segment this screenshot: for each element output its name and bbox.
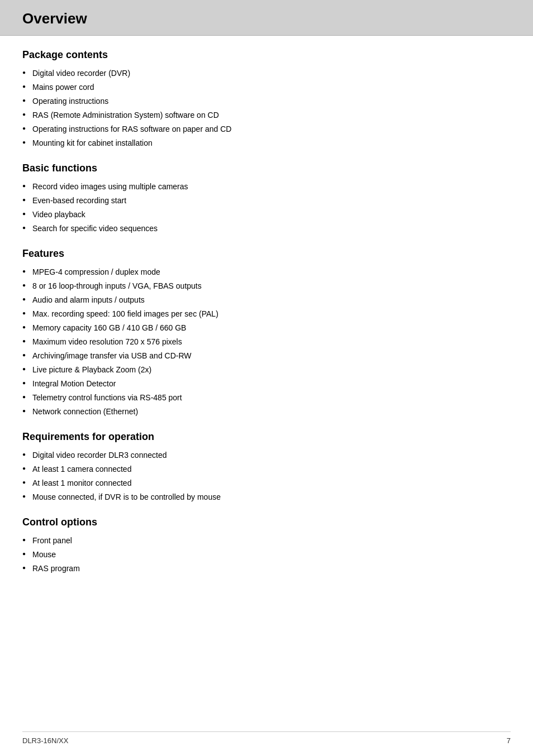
page-footer: DLR3-16N/XX 7 bbox=[22, 731, 511, 745]
section-package-contents: Package contentsDigital video recorder (… bbox=[22, 49, 511, 149]
footer-left: DLR3-16N/XX bbox=[22, 736, 68, 745]
section-heading-requirements: Requirements for operation bbox=[22, 431, 511, 443]
header-bar: Overview bbox=[0, 0, 533, 36]
list-item: Mouse bbox=[22, 549, 511, 561]
list-item: Mouse connected, if DVR is to be control… bbox=[22, 491, 511, 503]
content-area: Package contentsDigital video recorder (… bbox=[0, 36, 533, 610]
list-item: At least 1 monitor connected bbox=[22, 477, 511, 489]
list-item: Memory capacity 160 GB / 410 GB / 660 GB bbox=[22, 322, 511, 334]
section-list-package-contents: Digital video recorder (DVR)Mains power … bbox=[22, 68, 511, 149]
section-features: FeaturesMPEG-4 compression / duplex mode… bbox=[22, 248, 511, 418]
list-item: Maximum video resolution 720 x 576 pixel… bbox=[22, 336, 511, 348]
list-item: MPEG-4 compression / duplex mode bbox=[22, 266, 511, 278]
list-item: Digital video recorder (DVR) bbox=[22, 68, 511, 79]
page-title: Overview bbox=[22, 10, 511, 27]
page-container: Overview Package contentsDigital video r… bbox=[0, 0, 533, 756]
list-item: Video playback bbox=[22, 209, 511, 221]
list-item: Even-based recording start bbox=[22, 195, 511, 207]
list-item: Max. recording speed: 100 field images p… bbox=[22, 308, 511, 320]
list-item: Integral Motion Detector bbox=[22, 378, 511, 390]
list-item: Network connection (Ethernet) bbox=[22, 406, 511, 418]
section-heading-features: Features bbox=[22, 248, 511, 260]
list-item: Front panel bbox=[22, 535, 511, 547]
section-list-requirements: Digital video recorder DLR3 connectedAt … bbox=[22, 449, 511, 503]
list-item: Audio and alarm inputs / outputs bbox=[22, 294, 511, 306]
section-heading-package-contents: Package contents bbox=[22, 49, 511, 61]
section-control-options: Control optionsFront panelMouseRAS progr… bbox=[22, 516, 511, 575]
list-item: Operating instructions bbox=[22, 95, 511, 107]
list-item: Record video images using multiple camer… bbox=[22, 181, 511, 193]
list-item: 8 or 16 loop-through inputs / VGA, FBAS … bbox=[22, 280, 511, 292]
list-item: At least 1 camera connected bbox=[22, 463, 511, 475]
list-item: Live picture & Playback Zoom (2x) bbox=[22, 364, 511, 376]
section-list-basic-functions: Record video images using multiple camer… bbox=[22, 181, 511, 235]
footer-right: 7 bbox=[507, 736, 511, 745]
list-item: Mounting kit for cabinet installation bbox=[22, 137, 511, 149]
list-item: Search for specific video sequences bbox=[22, 223, 511, 235]
list-item: Digital video recorder DLR3 connected bbox=[22, 449, 511, 461]
section-requirements: Requirements for operationDigital video … bbox=[22, 431, 511, 503]
section-list-control-options: Front panelMouseRAS program bbox=[22, 535, 511, 575]
list-item: Telemetry control functions via RS-485 p… bbox=[22, 392, 511, 404]
section-list-features: MPEG-4 compression / duplex mode8 or 16 … bbox=[22, 266, 511, 418]
list-item: Archiving/image transfer via USB and CD-… bbox=[22, 350, 511, 362]
section-heading-control-options: Control options bbox=[22, 516, 511, 528]
section-basic-functions: Basic functionsRecord video images using… bbox=[22, 162, 511, 235]
list-item: Operating instructions for RAS software … bbox=[22, 123, 511, 135]
list-item: RAS (Remote Administration System) softw… bbox=[22, 109, 511, 121]
list-item: RAS program bbox=[22, 563, 511, 575]
list-item: Mains power cord bbox=[22, 82, 511, 93]
section-heading-basic-functions: Basic functions bbox=[22, 162, 511, 174]
